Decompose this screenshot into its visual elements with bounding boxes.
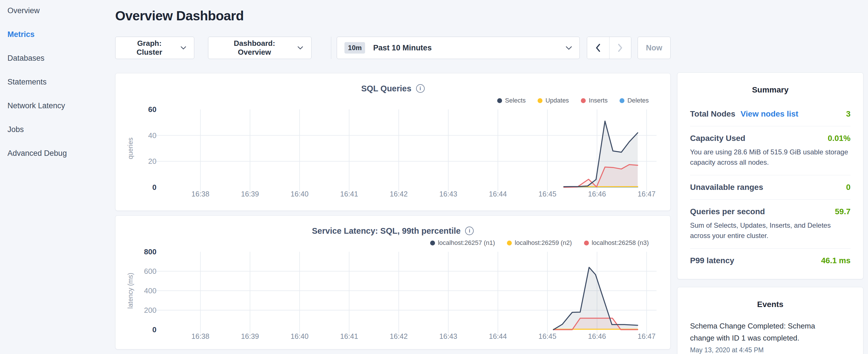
legend-item: localhost:26259 (n2): [507, 239, 572, 247]
legend-dot-icon: [584, 240, 589, 246]
svg-text:16:38: 16:38: [191, 190, 210, 198]
event-list-item[interactable]: Schema Change Completed: Schema change w…: [690, 320, 850, 354]
svg-text:200: 200: [144, 306, 156, 315]
summary-value: 3: [846, 109, 850, 119]
sql-queries-chart[interactable]: 020406016:3816:3916:4016:4116:4216:4316:…: [116, 106, 670, 202]
summary-value: 0.01%: [828, 134, 850, 143]
info-icon[interactable]: i: [465, 227, 474, 235]
sidebar-item-metrics[interactable]: Metrics: [7, 30, 115, 39]
time-range-dropdown[interactable]: 10m Past 10 Minutes: [337, 37, 580, 59]
chevron-right-icon: [618, 44, 622, 52]
summary-panel: Summary Total Nodes View nodes list 3 Ca…: [677, 72, 863, 279]
page-title: Overview Dashboard: [115, 8, 671, 24]
dashboard-dropdown[interactable]: Dashboard: Overview: [208, 37, 311, 59]
chart-legend: localhost:26257 (n1)localhost:26259 (n2)…: [116, 239, 649, 247]
chevron-left-icon: [596, 44, 600, 52]
summary-label: Capacity Used: [690, 134, 745, 143]
svg-text:16:43: 16:43: [439, 190, 457, 198]
svg-text:16:38: 16:38: [191, 332, 210, 340]
legend-item: Selects: [497, 97, 526, 104]
summary-row-total-nodes: Total Nodes View nodes list 3: [690, 109, 850, 119]
svg-text:16:45: 16:45: [538, 190, 557, 198]
legend-label: Updates: [545, 97, 569, 104]
event-text: Schema Change Completed: Schema change w…: [690, 320, 831, 344]
svg-text:0: 0: [152, 325, 156, 334]
sidebar-item-overview[interactable]: Overview: [7, 6, 115, 15]
summary-row-queries-per-second: Queries per second 59.7: [690, 207, 850, 216]
svg-text:16:39: 16:39: [241, 332, 259, 340]
svg-text:60: 60: [148, 106, 156, 114]
summary-label: Unavailable ranges: [690, 183, 763, 192]
svg-text:400: 400: [144, 286, 156, 295]
divider: [690, 248, 850, 249]
summary-row-unavailable-ranges: Unavailable ranges 0: [690, 183, 850, 192]
svg-text:16:41: 16:41: [340, 190, 358, 198]
svg-text:40: 40: [148, 131, 156, 140]
sidebar-item-databases[interactable]: Databases: [7, 54, 115, 63]
svg-text:600: 600: [144, 267, 156, 276]
controls-divider: [331, 37, 331, 59]
sidebar-item-advanced-debug[interactable]: Advanced Debug: [7, 149, 115, 158]
graph-dropdown[interactable]: Graph: Cluster: [115, 37, 194, 59]
svg-text:latency (ms): latency (ms): [127, 273, 134, 309]
sidebar-item-statements[interactable]: Statements: [7, 77, 115, 87]
svg-text:16:42: 16:42: [390, 190, 408, 198]
legend-item: localhost:26258 (n3): [584, 239, 649, 247]
svg-text:16:43: 16:43: [439, 332, 457, 340]
legend-item: Updates: [537, 97, 569, 104]
legend-dot-icon: [430, 240, 435, 246]
svg-text:16:44: 16:44: [489, 190, 507, 198]
legend-item: Inserts: [581, 97, 608, 104]
legend-label: Selects: [505, 97, 526, 104]
summary-label: Total Nodes: [690, 109, 735, 119]
time-prev-button[interactable]: [587, 37, 609, 59]
controls-bar: Graph: Cluster Dashboard: Overview 10m P…: [115, 37, 671, 59]
summary-value: 59.7: [835, 207, 851, 216]
legend-label: Inserts: [589, 97, 608, 104]
legend-dot-icon: [581, 98, 586, 103]
svg-text:16:42: 16:42: [390, 332, 408, 340]
legend-label: localhost:26259 (n2): [515, 239, 572, 247]
main-content: Overview Dashboard Graph: Cluster Dashbo…: [115, 0, 671, 354]
chart-svg[interactable]: 020406016:3816:3916:4016:4116:4216:4316:…: [116, 106, 671, 201]
sidebar: Overview Metrics Databases Statements Ne…: [0, 0, 115, 354]
legend-dot-icon: [497, 98, 502, 103]
summary-row-p99-latency: P99 latency 46.1 ms: [690, 256, 850, 265]
chart-title-row: SQL Queries i: [116, 84, 670, 93]
legend-dot-icon: [507, 240, 512, 246]
svg-text:16:46: 16:46: [588, 332, 606, 340]
chart-svg[interactable]: 020040060080016:3816:3916:4016:4116:4216…: [116, 249, 671, 344]
summary-row-capacity-used: Capacity Used 0.01%: [690, 134, 850, 143]
svg-text:16:39: 16:39: [241, 190, 259, 198]
chevron-down-icon: [566, 46, 572, 50]
events-title: Events: [690, 300, 850, 309]
right-column: Summary Total Nodes View nodes list 3 Ca…: [677, 0, 863, 354]
service-latency-chart[interactable]: 020040060080016:3816:3916:4016:4116:4216…: [116, 249, 670, 345]
svg-text:20: 20: [148, 157, 156, 165]
summary-description: You are using 28.6 MiB of 515.9 GiB usab…: [690, 147, 850, 167]
sidebar-item-jobs[interactable]: Jobs: [7, 125, 115, 134]
svg-text:0: 0: [152, 183, 156, 192]
svg-text:16:41: 16:41: [340, 332, 358, 340]
time-nav-group: [587, 37, 631, 59]
summary-title: Summary: [690, 85, 850, 95]
info-icon[interactable]: i: [416, 84, 425, 93]
now-button[interactable]: Now: [638, 37, 671, 59]
view-nodes-list-link[interactable]: View nodes list: [741, 109, 798, 119]
legend-item: localhost:26257 (n1): [430, 239, 495, 247]
service-latency-chart-card: Service Latency: SQL, 99th percentile i …: [115, 215, 671, 349]
page: Overview Metrics Databases Statements Ne…: [0, 0, 868, 354]
svg-text:16:40: 16:40: [290, 190, 309, 198]
time-range-label: Past 10 Minutes: [373, 43, 566, 53]
time-range-badge: 10m: [344, 42, 365, 54]
chart-legend: SelectsUpdatesInsertsDeletes: [116, 97, 649, 104]
chart-title-row: Service Latency: SQL, 99th percentile i: [116, 226, 670, 236]
time-next-button[interactable]: [609, 37, 631, 59]
divider: [690, 126, 850, 126]
sidebar-item-network-latency[interactable]: Network Latency: [7, 101, 115, 110]
legend-dot-icon: [537, 98, 542, 103]
divider: [690, 199, 850, 200]
legend-label: localhost:26257 (n1): [438, 239, 495, 247]
summary-value: 0: [846, 183, 850, 192]
chevron-down-icon: [298, 46, 303, 50]
